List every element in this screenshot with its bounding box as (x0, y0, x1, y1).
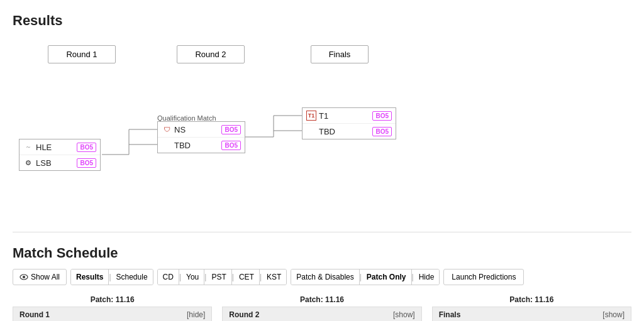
finals-schedule-label: Finals (439, 310, 461, 319)
results-schedule-group: Results | Schedule (70, 269, 153, 285)
ns-badge: BO5 (221, 125, 241, 134)
round2-show-btn[interactable]: [show] (393, 310, 415, 319)
ns-name: NS (174, 125, 219, 134)
schedule-btn[interactable]: Schedule (111, 269, 153, 285)
lsb-icon: ⚙ (23, 158, 33, 168)
t1-badge: BO5 (372, 111, 392, 121)
show-all-button[interactable]: Show All (13, 269, 67, 285)
schedule-section: Match Schedule Show All Results | Schedu… (13, 245, 631, 321)
lsb-name: LSB (36, 158, 74, 168)
hle-badge: BO5 (77, 143, 96, 152)
round2-schedule-label: Round 2 (229, 310, 259, 319)
hide-btn[interactable]: Hide (414, 269, 440, 285)
patch-disables-btn[interactable]: Patch & Disables (291, 269, 359, 285)
round2-button[interactable]: Round 2 (177, 45, 244, 63)
schedule-columns: Patch: 11.16 Round 1 [hide] Tue 2021-08-… (13, 295, 631, 321)
eye-icon (19, 274, 28, 280)
t1-name: T1 (319, 111, 370, 121)
timezone-group: CD | You | PST | CET | KST (157, 269, 287, 285)
schedule-col-round2: Patch: 11.16 Round 2 [show] Wed 1 Sep (222, 295, 421, 321)
ns-icon: 🛡 (162, 124, 172, 134)
tz-kst[interactable]: KST (262, 269, 286, 285)
r2tbd-icon (162, 140, 172, 150)
finals-tbd-badge: BO5 (372, 127, 392, 136)
patch-only-btn[interactable]: Patch Only (362, 269, 412, 285)
lsb-badge: BO5 (77, 158, 96, 168)
finals-show-btn[interactable]: [show] (602, 310, 625, 319)
round1-button[interactable]: Round 1 (48, 45, 115, 63)
finals-schedule-header: Finals [show] (432, 307, 631, 321)
schedule-controls: Show All Results | Schedule CD | You | P… (13, 269, 631, 285)
patch-label-finals: Patch: 11.16 (432, 295, 631, 304)
schedule-col-finals: Patch: 11.16 Finals [show] Thu 2 Sep (432, 295, 631, 321)
finals-tbd-name: TBD (319, 127, 370, 136)
tz-pst[interactable]: PST (206, 269, 231, 285)
round1-match: ～ HLE BO5 ⚙ LSB BO5 (19, 139, 101, 171)
r2tbd-name: TBD (174, 141, 219, 150)
hle-icon: ～ (23, 142, 33, 152)
section-divider (13, 232, 631, 232)
round1-schedule-header: Round 1 [hide] (13, 307, 212, 321)
results-title: Results (13, 13, 631, 29)
tz-you[interactable]: You (181, 269, 204, 285)
hle-name: HLE (36, 143, 74, 152)
patch-label-r2: Patch: 11.16 (222, 295, 421, 304)
patch-group: Patch & Disables | Patch Only | Hide (291, 269, 440, 285)
results-section: Results Round 1 Round 2 Finals ～ (13, 13, 631, 214)
schedule-title: Match Schedule (13, 245, 631, 261)
results-btn[interactable]: Results (71, 269, 109, 285)
round2-schedule-header: Round 2 [show] (222, 307, 421, 321)
tz-cet[interactable]: CET (234, 269, 260, 285)
svg-point-9 (23, 276, 25, 278)
round1-hide-btn[interactable]: [hide] (187, 310, 205, 319)
launch-predictions-button[interactable]: Launch Predictions (443, 269, 524, 285)
patch-label-r1: Patch: 11.16 (13, 295, 212, 304)
tz-cd[interactable]: CD (158, 269, 179, 285)
round2-match: 🛡 NS BO5 TBD BO5 (157, 121, 245, 153)
round1-schedule-label: Round 1 (19, 310, 50, 319)
r2tbd-badge: BO5 (221, 141, 241, 150)
t1-icon: T1 (306, 111, 316, 121)
finals-tbd-icon (306, 126, 316, 136)
finals-match: T1 T1 BO5 TBD BO5 (302, 107, 396, 139)
finals-button[interactable]: Finals (311, 45, 369, 63)
schedule-col-round1: Patch: 11.16 Round 1 [hide] Tue 2021-08-… (13, 295, 212, 321)
